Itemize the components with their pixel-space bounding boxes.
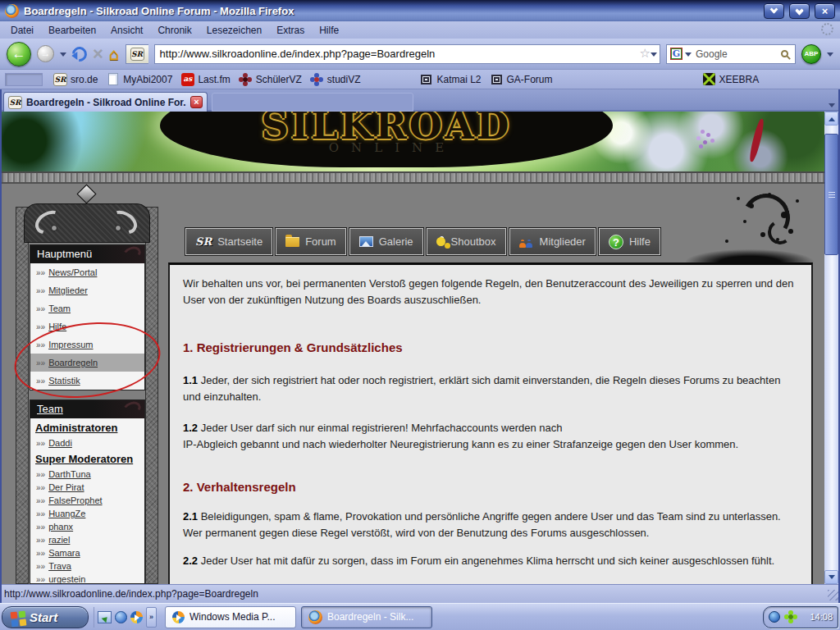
sidebar-menu-item[interactable]: »» Team — [30, 299, 144, 317]
sidebar-menu-link[interactable]: Team — [48, 304, 71, 313]
media-player-quicklaunch-icon[interactable] — [130, 611, 143, 623]
rule-2-1: 2.1 Beleidigungen, spam & flame, Provoka… — [183, 509, 798, 541]
bookmark-item[interactable]: MyAbi2007 — [102, 71, 176, 88]
menu-item[interactable]: Bearbeiten — [41, 23, 103, 38]
forum-nav-label: Galerie — [379, 235, 413, 248]
link-bullet: »» — [36, 439, 45, 448]
menu-item[interactable]: Datei — [3, 23, 41, 38]
silkroad-logo: SILKROAD ONLINE — [160, 112, 613, 167]
bookmark-item[interactable]: Katmai L2 — [415, 71, 485, 88]
adblock-plus-icon[interactable]: ABP — [801, 44, 821, 64]
bookmark-item[interactable]: SchülerVZ — [235, 71, 306, 88]
sidebar-menu-link[interactable]: News/Portal — [48, 267, 97, 277]
restore-button[interactable] — [789, 3, 810, 19]
forum-nav-button[interactable]: Shoutbox — [427, 228, 506, 255]
reload-button[interactable] — [69, 43, 89, 64]
forum-nav-button[interactable]: ? Hilfe — [599, 228, 660, 255]
team-member-link[interactable]: FalseProphet — [48, 495, 102, 505]
scroll-down-button[interactable] — [824, 570, 838, 584]
start-button[interactable]: Start — [2, 606, 89, 628]
home-button[interactable]: ⌂ — [109, 46, 120, 62]
menu-item[interactable]: Chronik — [150, 23, 199, 38]
sidebar-menu-item[interactable]: »» Mitglieder — [30, 281, 144, 299]
scrollbar-thumb[interactable] — [824, 134, 838, 255]
link-bullet: »» — [36, 549, 45, 558]
quick-launch-bar: » — [94, 607, 160, 628]
quicklaunch-overflow-chevron[interactable]: » — [146, 607, 157, 628]
forum-nav-button[interactable]: Galerie — [349, 228, 423, 255]
empty-tab-slot — [212, 93, 413, 112]
menu-item[interactable]: Extras — [269, 23, 312, 38]
tab-list-dropdown-icon[interactable] — [829, 103, 835, 111]
team-member-item[interactable]: »» HuangZe — [30, 507, 144, 520]
team-member-link[interactable]: raziel — [48, 535, 70, 545]
bookmark-item[interactable]: studiVZ — [306, 71, 365, 88]
team-member-link[interactable]: phanx — [48, 522, 73, 532]
google-engine-icon[interactable]: G — [670, 48, 682, 60]
url-dropdown-icon[interactable] — [651, 52, 657, 60]
toolbar-overflow-icon[interactable] — [827, 52, 833, 60]
icq-flower-icon[interactable] — [788, 614, 793, 619]
close-button[interactable]: × — [815, 3, 835, 19]
bookmarks-toolbar: SR sro.de MyAbi2007 as Last.fm SchülerVZ… — [0, 70, 840, 89]
minimize-button[interactable] — [764, 3, 784, 19]
team-member-link[interactable]: urgestein — [48, 574, 85, 584]
title-bar: Boardregeln - Silkroad Online Forum - Mo… — [0, 0, 840, 21]
team-member-link[interactable]: Daddi — [48, 438, 72, 448]
vertical-scrollbar[interactable] — [824, 112, 838, 584]
search-input[interactable] — [694, 48, 778, 61]
taskbar-item-wmp[interactable]: Windows Media P... — [165, 606, 296, 628]
menu-item[interactable]: Lesezeichen — [199, 23, 269, 38]
team-member-item[interactable]: »» Trava — [30, 559, 144, 573]
team-member-link[interactable]: HuangZe — [48, 509, 85, 518]
bookmark-label: sro.de — [71, 74, 98, 85]
bookmark-star-icon[interactable]: ☆ — [640, 48, 651, 60]
team-member-link[interactable]: Samara — [48, 548, 80, 558]
section-heading-2: 2. Verhaltensregeln — [183, 479, 798, 495]
sidebar-menu-link[interactable]: Mitglieder — [48, 285, 88, 295]
team-member-item[interactable]: »» urgestein — [30, 573, 144, 584]
scroll-up-button[interactable] — [824, 112, 838, 126]
team-member-link[interactable]: Trava — [48, 561, 71, 571]
site-identity-box[interactable]: SR — [126, 44, 148, 64]
tray-network-icon[interactable] — [769, 611, 780, 623]
forum-nav-button[interactable]: SR Startseite — [185, 228, 272, 255]
team-member-item[interactable]: »» Der Pirat — [30, 481, 144, 494]
tab-boardregeln[interactable]: SR Boardregeln - Silkroad Online For... … — [3, 92, 208, 112]
menu-item[interactable]: Hilfe — [312, 23, 346, 38]
team-member-item[interactable]: »» phanx — [30, 520, 144, 533]
arrow-up-icon — [829, 114, 835, 121]
menu-item[interactable]: Ansicht — [103, 23, 150, 38]
forum-nav-button[interactable]: Forum — [276, 228, 346, 255]
bookmark-item[interactable]: as Last.fm — [176, 71, 234, 88]
engine-dropdown-icon[interactable] — [685, 52, 692, 60]
search-icon[interactable] — [781, 50, 788, 57]
browser-quicklaunch-icon[interactable] — [115, 611, 127, 623]
taskbar: Start » Windows Media P... Boardregeln -… — [0, 603, 840, 630]
resize-grip[interactable] — [828, 590, 838, 600]
tab-close-button[interactable]: × — [190, 96, 203, 108]
silkroad-favicon: SR — [130, 48, 144, 61]
bookmark-item[interactable]: XEEBRA — [698, 71, 764, 88]
bookmark-label: MyAbi2007 — [123, 74, 172, 85]
stop-button[interactable]: × — [93, 45, 103, 63]
sidebar-menu-item[interactable]: »» News/Portal — [30, 263, 144, 281]
team-member-item[interactable]: »» FalseProphet — [30, 494, 144, 507]
url-input[interactable] — [155, 48, 640, 60]
back-button[interactable]: ← — [7, 42, 31, 66]
history-dropdown-icon[interactable] — [60, 52, 66, 60]
team-member-item[interactable]: »» raziel — [30, 533, 144, 546]
bookmark-icon — [243, 77, 248, 82]
team-member-item[interactable]: »» Samara — [30, 546, 144, 559]
team-member-item[interactable]: »» Daddi — [30, 436, 144, 450]
taskbar-item-firefox[interactable]: Boardregeln - Silk... — [301, 606, 432, 628]
bookmark-item[interactable]: SR sro.de — [49, 71, 102, 88]
forward-button[interactable]: → — [37, 45, 54, 62]
forum-nav-button[interactable]: Mitglieder — [509, 228, 596, 255]
team-member-link[interactable]: DarthTuna — [48, 469, 91, 479]
bookmark-item[interactable]: GA-Forum — [486, 71, 557, 88]
link-bullet: »» — [36, 523, 45, 532]
team-member-link[interactable]: Der Pirat — [48, 482, 84, 492]
team-member-item[interactable]: »» DarthTuna — [30, 468, 144, 481]
show-desktop-icon[interactable] — [98, 611, 112, 623]
